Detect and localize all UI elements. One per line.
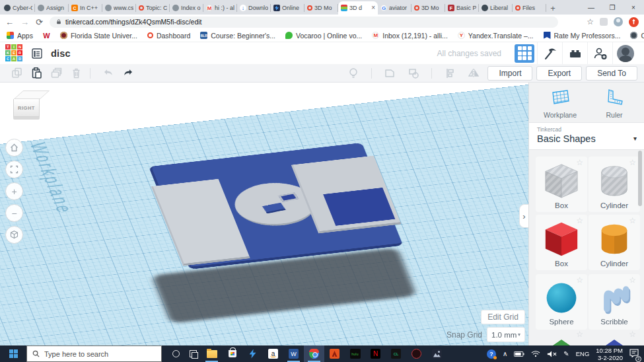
- bookmark-item[interactable]: MInbox (12,191) - alli...: [372, 32, 448, 40]
- tray-overflow-chevron[interactable]: ∧: [503, 350, 507, 357]
- browser-tab[interactable]: Gaviator: [378, 1, 411, 15]
- taskbar-file-explorer[interactable]: [201, 345, 222, 362]
- send-to-button[interactable]: Send To: [586, 66, 637, 81]
- share-button[interactable]: [587, 42, 612, 64]
- tinkercad-logo[interactable]: TIN KER CAD: [5, 44, 23, 62]
- shape-hole-cylinder[interactable]: ☆ Cylinder: [589, 157, 640, 212]
- profile-avatar[interactable]: [614, 17, 623, 26]
- browser-tab[interactable]: Cyber-C: [1, 1, 35, 15]
- shape-partial[interactable]: ☆: [536, 332, 587, 345]
- blocks-button[interactable]: [562, 42, 587, 64]
- workplane-grid[interactable]: Workplane: [0, 83, 528, 345]
- zoom-out-button[interactable]: −: [5, 204, 23, 222]
- disc-shutter-plate[interactable]: [291, 156, 402, 234]
- taskbar-camera-app[interactable]: [406, 345, 427, 362]
- tinker-button[interactable]: [537, 42, 562, 64]
- browser-tab[interactable]: 3D Mo: [304, 1, 338, 15]
- taskbar-store[interactable]: [222, 345, 242, 362]
- taskbar-word[interactable]: W: [283, 345, 304, 362]
- battery-icon[interactable]: [514, 351, 524, 357]
- shape-hole-box[interactable]: ☆ Box: [536, 157, 587, 212]
- view-cube-front-face[interactable]: RIGHT: [13, 99, 40, 117]
- account-avatar[interactable]: [612, 42, 637, 64]
- undo-button[interactable]: [98, 65, 118, 81]
- browser-tab-active[interactable]: 3D d×: [338, 1, 378, 15]
- shape-box[interactable]: ☆ Box: [536, 215, 587, 270]
- design-properties-icon[interactable]: [31, 48, 43, 59]
- disc-label-plate[interactable]: [151, 179, 250, 266]
- language-indicator[interactable]: ENG: [576, 350, 590, 357]
- hub-hole[interactable]: [278, 193, 299, 202]
- back-button[interactable]: ←: [5, 18, 14, 26]
- bookmark-item[interactable]: Rate My Professors...: [544, 32, 621, 40]
- shape-scribble[interactable]: ☆ Scribble: [589, 274, 640, 330]
- bookmark-item[interactable]: YYandex.Translate –...: [458, 32, 534, 40]
- bookmark-item[interactable]: Florida State Univer...: [60, 32, 137, 40]
- bookmark-item[interactable]: W: [43, 32, 50, 39]
- action-center-button[interactable]: 3: [629, 348, 639, 360]
- task-view-button[interactable]: [184, 345, 201, 362]
- redo-button[interactable]: [118, 65, 138, 81]
- group-button[interactable]: [380, 65, 400, 81]
- bookmark-item[interactable]: BLRCourse: Beginner's...: [200, 32, 275, 40]
- favorite-star-icon[interactable]: ☆: [629, 158, 636, 167]
- workplane-tool[interactable]: Workplane: [537, 88, 583, 119]
- hub-box[interactable]: [262, 203, 286, 213]
- taskbar-chrome[interactable]: [304, 345, 324, 362]
- shutter-window[interactable]: [323, 188, 395, 226]
- copy-button[interactable]: [7, 65, 26, 81]
- mirror-button[interactable]: [464, 65, 483, 81]
- favorite-star-icon[interactable]: ☆: [576, 216, 583, 225]
- url-field[interactable]: tinkercad.com/things/dZk4QsmM5fi-disc/ed…: [50, 17, 558, 28]
- bookmark-item[interactable]: Vocaroo | Online vo...: [285, 32, 362, 40]
- browser-tab[interactable]: Assign: [35, 1, 69, 15]
- clock[interactable]: 10:28 PM 3-2-2020: [596, 347, 623, 361]
- pen-tray-icon[interactable]: ✎: [563, 350, 569, 357]
- taskbar-search-input[interactable]: Type here to search: [26, 345, 162, 362]
- favorite-star-icon[interactable]: ☆: [629, 330, 636, 339]
- favorite-star-icon[interactable]: ☆: [629, 216, 636, 225]
- bookmark-item[interactable]: Dashboard: [147, 32, 190, 40]
- view-cube[interactable]: RIGHT: [11, 90, 53, 129]
- cortana-button[interactable]: [167, 345, 184, 362]
- help-tray-icon[interactable]: ?: [487, 349, 496, 359]
- taskbar-hulu[interactable]: hulu: [345, 345, 365, 362]
- maximize-button[interactable]: ❐: [602, 0, 623, 15]
- bookmark-apps[interactable]: Apps: [7, 32, 33, 40]
- import-button[interactable]: Import: [487, 66, 532, 81]
- wifi-icon[interactable]: [531, 350, 540, 357]
- 3d-viewport[interactable]: Workplane RIGHT + −: [0, 83, 528, 345]
- bookmark-item[interactable]: COP 3330: [630, 32, 644, 40]
- browser-tab[interactable]: Liberal: [479, 1, 513, 15]
- reload-button[interactable]: ⟳: [36, 18, 43, 26]
- extension-icon[interactable]: [600, 18, 608, 26]
- shape-sphere[interactable]: ☆ Sphere: [536, 274, 587, 330]
- paste-button[interactable]: [26, 65, 46, 81]
- browser-tab[interactable]: FBasic P: [445, 1, 479, 15]
- home-view-button[interactable]: [5, 139, 23, 157]
- bookmark-star-icon[interactable]: ☆: [587, 17, 594, 26]
- favorite-star-icon[interactable]: ☆: [576, 330, 583, 339]
- shape-category-dropdown[interactable]: Tinkercad Basic Shapes ▾: [529, 122, 644, 150]
- taskbar-bolt-app[interactable]: [242, 345, 263, 362]
- close-window-button[interactable]: ×: [623, 0, 644, 15]
- delete-button[interactable]: [66, 65, 86, 81]
- browser-tab[interactable]: Files: [513, 1, 546, 15]
- perspective-toggle-button[interactable]: [5, 226, 23, 244]
- browser-tab[interactable]: ↓Downlo: [237, 1, 271, 15]
- start-button[interactable]: [0, 345, 26, 362]
- collapse-panel-chevron[interactable]: ›: [519, 204, 528, 228]
- new-tab-button[interactable]: +: [546, 1, 559, 15]
- ruler-tool[interactable]: Ruler: [591, 88, 637, 119]
- shape-partial[interactable]: ☆: [589, 332, 640, 345]
- minimize-button[interactable]: —: [581, 0, 602, 15]
- duplicate-button[interactable]: [46, 65, 66, 81]
- browser-tab[interactable]: Index o: [170, 1, 203, 15]
- snap-grid-dropdown[interactable]: 1.0 mm ▾: [487, 327, 525, 342]
- panel-scrollbar[interactable]: [638, 151, 642, 206]
- volume-muted-icon[interactable]: [547, 350, 557, 358]
- fit-view-button[interactable]: [5, 161, 23, 178]
- taskbar-netflix[interactable]: N: [365, 345, 386, 362]
- browser-tab[interactable]: Topic: C: [136, 1, 170, 15]
- export-button[interactable]: Export: [536, 66, 582, 81]
